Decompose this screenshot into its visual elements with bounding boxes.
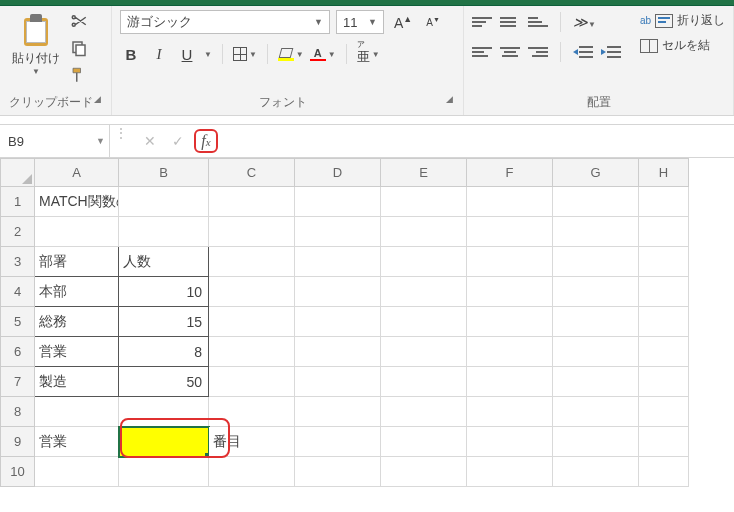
underline-button[interactable]: U [176,46,198,63]
row-header-7[interactable]: 7 [1,367,35,397]
orientation-button[interactable]: ≫▼ [573,14,596,30]
grow-font-button[interactable]: A▲ [390,12,416,33]
row-header-9[interactable]: 9 [1,427,35,457]
cell-B8[interactable] [119,397,209,427]
cell-E1[interactable] [381,187,467,217]
cell-E8[interactable] [381,397,467,427]
cell-G6[interactable] [553,337,639,367]
cell-F9[interactable] [467,427,553,457]
cell-A3[interactable]: 部署 [35,247,119,277]
copy-button[interactable] [70,39,88,60]
col-header-F[interactable]: F [467,159,553,187]
row-header-5[interactable]: 5 [1,307,35,337]
cell-H6[interactable] [639,337,689,367]
italic-button[interactable]: I [148,46,170,63]
border-button[interactable]: ▼ [233,47,257,61]
cell-H9[interactable] [639,427,689,457]
row-header-8[interactable]: 8 [1,397,35,427]
cell-B6[interactable]: 8 [119,337,209,367]
cell-G8[interactable] [553,397,639,427]
insert-function-button[interactable]: fx [194,129,218,153]
align-center-button[interactable] [500,44,520,60]
cell-B10[interactable] [119,457,209,487]
cell-B2[interactable] [119,217,209,247]
cell-B4[interactable]: 10 [119,277,209,307]
cell-D7[interactable] [295,367,381,397]
font-name-combo[interactable]: 游ゴシック ▼ [120,10,330,34]
row-header-1[interactable]: 1 [1,187,35,217]
select-all-corner[interactable] [1,159,35,187]
cell-B9[interactable] [119,427,209,457]
cell-D4[interactable] [295,277,381,307]
row-header-4[interactable]: 4 [1,277,35,307]
cell-D9[interactable] [295,427,381,457]
cell-H4[interactable] [639,277,689,307]
col-header-H[interactable]: H [639,159,689,187]
cell-C10[interactable] [209,457,295,487]
cell-F4[interactable] [467,277,553,307]
dialog-launcher-icon[interactable]: ◢ [94,94,103,104]
align-right-button[interactable] [528,44,548,60]
cell-D2[interactable] [295,217,381,247]
cell-E7[interactable] [381,367,467,397]
row-header-2[interactable]: 2 [1,217,35,247]
cut-button[interactable] [70,12,88,33]
cell-H7[interactable] [639,367,689,397]
cell-B3[interactable]: 人数 [119,247,209,277]
cell-B7[interactable]: 50 [119,367,209,397]
merge-cells-button[interactable]: セルを結 [640,37,725,54]
cell-A9[interactable]: 営業 [35,427,119,457]
align-middle-button[interactable] [500,14,520,30]
dialog-launcher-icon[interactable]: ◢ [446,94,455,104]
cell-G7[interactable] [553,367,639,397]
cell-G5[interactable] [553,307,639,337]
paste-button[interactable]: 貼り付け ▼ [8,10,64,80]
cell-H3[interactable] [639,247,689,277]
chevron-down-icon[interactable]: ▼ [204,50,212,59]
name-box[interactable]: B9 ▼ [0,125,110,157]
cell-E2[interactable] [381,217,467,247]
cell-E5[interactable] [381,307,467,337]
col-header-A[interactable]: A [35,159,119,187]
col-header-D[interactable]: D [295,159,381,187]
cell-E3[interactable] [381,247,467,277]
cell-A8[interactable] [35,397,119,427]
cell-A7[interactable]: 製造 [35,367,119,397]
cell-F2[interactable] [467,217,553,247]
cell-G1[interactable] [553,187,639,217]
enter-formula-button[interactable]: ✓ [166,129,190,153]
cell-D10[interactable] [295,457,381,487]
cell-A10[interactable] [35,457,119,487]
cell-E10[interactable] [381,457,467,487]
shrink-font-button[interactable]: A▼ [422,14,444,30]
cell-H10[interactable] [639,457,689,487]
cell-F1[interactable] [467,187,553,217]
col-header-C[interactable]: C [209,159,295,187]
cell-H1[interactable] [639,187,689,217]
font-size-combo[interactable]: 11 ▼ [336,10,384,34]
col-header-G[interactable]: G [553,159,639,187]
cell-H8[interactable] [639,397,689,427]
cell-G9[interactable] [553,427,639,457]
cell-C5[interactable] [209,307,295,337]
cell-E4[interactable] [381,277,467,307]
cell-F10[interactable] [467,457,553,487]
decrease-indent-button[interactable] [573,44,593,60]
col-header-B[interactable]: B [119,159,209,187]
cell-C2[interactable] [209,217,295,247]
cell-F6[interactable] [467,337,553,367]
cell-A2[interactable] [35,217,119,247]
cell-G4[interactable] [553,277,639,307]
align-bottom-button[interactable] [528,14,548,30]
align-top-button[interactable] [472,14,492,30]
col-header-E[interactable]: E [381,159,467,187]
cell-C7[interactable] [209,367,295,397]
cell-C1[interactable] [209,187,295,217]
cell-G2[interactable] [553,217,639,247]
cell-A6[interactable]: 営業 [35,337,119,367]
cell-G3[interactable] [553,247,639,277]
font-color-button[interactable]: A ▼ [310,47,336,61]
cell-F3[interactable] [467,247,553,277]
increase-indent-button[interactable] [601,44,621,60]
cell-B1[interactable] [119,187,209,217]
